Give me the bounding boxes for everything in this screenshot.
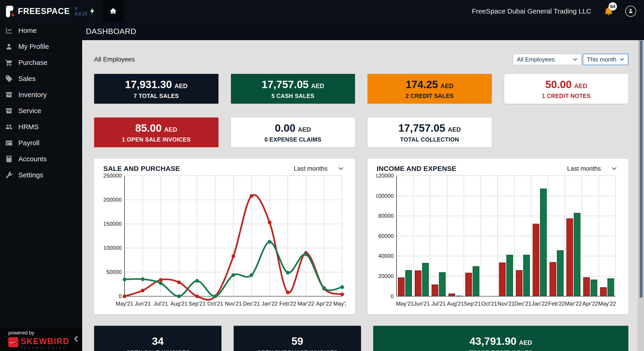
powered-by-block: powered by SKEWBIRD TECHNOLOGIES xyxy=(0,328,82,351)
kpi-value: 34 xyxy=(152,335,164,347)
page-title: DASHBOARD xyxy=(86,27,136,36)
kpi-value-row: 59 xyxy=(292,335,303,347)
svg-text:May'21: May'21 xyxy=(396,301,414,307)
svg-text:Nov'21: Nov'21 xyxy=(498,301,514,307)
chevron-down-icon xyxy=(619,57,625,62)
sidebar-item-settings[interactable]: Settings xyxy=(0,167,82,183)
kpi-currency: AED xyxy=(174,83,188,90)
sidebar-item-hrms[interactable]: HRMS xyxy=(0,119,82,135)
box-icon xyxy=(5,91,13,99)
brand[interactable]: FREESPACE V 4.8.15 xyxy=(0,0,82,22)
kpi-label: 1 OPEN SALE INVOICES xyxy=(122,136,191,143)
svg-text:60000: 60000 xyxy=(378,233,394,239)
kpi-currency: AED xyxy=(448,126,461,133)
svg-text:Jan'22: Jan'22 xyxy=(262,301,278,307)
bottom-cards-row: 34 OPEN SALE INVOICES 59 OPEN PURCHASE I… xyxy=(94,326,628,351)
svg-text:May'22: May'22 xyxy=(598,301,616,307)
kpi-label: OPEN SALE INVOICES xyxy=(126,350,190,351)
svg-text:100000: 100000 xyxy=(376,193,394,199)
kpi-value-row: 17,757.05 AED xyxy=(262,78,324,91)
kpi-card-0-expense-claims[interactable]: 0.00 AED 0 EXPENSE CLAIMS xyxy=(231,117,355,147)
kpi-card-5-cash-sales[interactable]: 17,757.05 AED 5 CASH SALES xyxy=(231,74,355,104)
calculator-icon xyxy=(5,155,13,163)
sidebar-item-my-profile[interactable]: My Profile xyxy=(0,38,82,55)
kpi-currency: AED xyxy=(164,126,177,133)
kpi-value-row: 50.00 AED xyxy=(545,78,587,91)
bell-icon xyxy=(604,13,614,17)
svg-text:40000: 40000 xyxy=(378,253,394,259)
kpi-value: 59 xyxy=(292,335,303,347)
page-scrollbar[interactable] xyxy=(638,40,644,351)
svg-text:Jul'21: Jul'21 xyxy=(154,301,168,307)
sidebar-item-accounts[interactable]: Accounts xyxy=(0,151,82,167)
kpi-value-row: 17,931.30 AED xyxy=(125,78,188,91)
kpi-card-1-credit-notes[interactable]: 50.00 AED 1 CREDIT NOTES xyxy=(504,74,628,104)
kpi-value: 174.25 xyxy=(406,78,438,91)
chevron-left-icon xyxy=(72,341,81,344)
employee-filter-select[interactable]: All Employees xyxy=(513,54,581,65)
svg-text:Apr'22: Apr'22 xyxy=(582,301,598,307)
svg-text:20000: 20000 xyxy=(378,273,394,279)
kpi-card-2-credit-sales[interactable]: 174.25 AED 2 CREDIT SALES xyxy=(368,74,492,104)
sale-purchase-line-chart[interactable]: 050000100000150000200000250000May'21Jun'… xyxy=(103,173,346,308)
income-expense-period-dropdown[interactable]: Last months xyxy=(567,165,619,172)
company-name: FreeSpace Dubai General Trading LLC xyxy=(472,7,591,15)
brand-name: FREESPACE xyxy=(18,6,70,16)
sidebar-item-home[interactable]: Home xyxy=(0,22,82,38)
context-label: All Employees xyxy=(94,56,135,63)
income-expense-title: INCOME AND EXPENSE xyxy=(376,165,456,173)
employee-filter-value: All Employees xyxy=(517,56,555,63)
box-icon xyxy=(5,107,13,115)
chart-line-icon xyxy=(5,27,13,34)
kpi-card-1-open-sale-invoices[interactable]: 85.00 AED 1 OPEN SALE INVOICES xyxy=(94,117,218,147)
notifications-button[interactable]: 64 xyxy=(601,0,616,22)
kpi-value: 50.00 xyxy=(545,78,572,91)
svg-text:Apr'22: Apr'22 xyxy=(316,301,332,307)
period-filter-select[interactable]: This month xyxy=(583,54,628,65)
kpi-currency: AED xyxy=(440,83,454,90)
period-label: Last months xyxy=(567,165,601,172)
sidebar-item-inventory[interactable]: Inventory xyxy=(0,87,82,103)
svg-text:Dec'21: Dec'21 xyxy=(514,301,531,307)
svg-text:100000: 100000 xyxy=(103,245,122,251)
summary-card-trade-receivables[interactable]: 43,791.90 AED TRADE RECEIVABLES xyxy=(373,326,628,351)
kpi-label: OPEN PURCHASE INVOICES xyxy=(257,350,338,351)
sidebar-item-label: Home xyxy=(18,27,37,34)
svg-text:May'21: May'21 xyxy=(116,301,133,307)
kpi-value: 17,931.30 xyxy=(125,78,172,91)
kpi-label: 1 CREDIT NOTES xyxy=(542,93,591,99)
user-icon xyxy=(5,43,13,50)
user-menu-button[interactable] xyxy=(625,6,636,17)
sale-purchase-panel: SALE AND PURCHASE Last months 0500001000… xyxy=(94,159,355,314)
kpi-value-row: 174.25 AED xyxy=(406,78,454,91)
svg-text:120000: 120000 xyxy=(376,173,394,179)
home-button[interactable] xyxy=(103,0,124,22)
sidebar-item-label: My Profile xyxy=(18,43,49,50)
kpi-value-row: 43,791.90 AED xyxy=(470,335,532,347)
kpi-label: 5 CASH SALES xyxy=(272,93,314,99)
summary-card-open-sale-invoices[interactable]: 34 OPEN SALE INVOICES xyxy=(94,326,222,351)
sidebar-item-payroll[interactable]: Payroll xyxy=(0,135,82,151)
sidebar-item-service[interactable]: Service xyxy=(0,103,82,119)
sidebar-item-label: Service xyxy=(18,107,41,115)
kpi-value-row: 85.00 AED xyxy=(135,122,177,134)
sidebar-collapse-button[interactable] xyxy=(71,334,81,344)
sidebar-item-purchase[interactable]: Purchase xyxy=(0,55,82,71)
sidebar-item-label: Purchase xyxy=(18,59,48,66)
sidebar-item-sales[interactable]: Sales xyxy=(0,71,82,87)
kpi-card-total-collection[interactable]: 17,757.05 AED TOTAL COLLECTION xyxy=(368,117,492,147)
sale-purchase-title: SALE AND PURCHASE xyxy=(103,165,180,173)
kpi-value: 17,757.05 xyxy=(398,122,445,134)
svg-text:250000: 250000 xyxy=(103,173,122,179)
income-expense-bar-chart[interactable]: 020000400006000080000100000120000May'21J… xyxy=(376,173,619,308)
chevron-down-icon xyxy=(572,57,578,62)
quick-access-button[interactable] xyxy=(82,0,103,22)
summary-card-open-purchase-invoices[interactable]: 59 OPEN PURCHASE INVOICES xyxy=(234,326,361,351)
kpi-card-7-total-sales[interactable]: 17,931.30 AED 7 TOTAL SALES xyxy=(94,74,218,104)
scrollbar-thumb[interactable] xyxy=(640,41,642,298)
svg-text:May'22: May'22 xyxy=(333,301,346,307)
sale-purchase-period-dropdown[interactable]: Last months xyxy=(294,165,346,172)
topbar: FREESPACE V 4.8.15 FreeSpace Dubai Gener… xyxy=(0,0,644,22)
svg-text:150000: 150000 xyxy=(103,221,122,227)
kpi-label: 0 EXPENSE CLAIMS xyxy=(264,136,321,143)
